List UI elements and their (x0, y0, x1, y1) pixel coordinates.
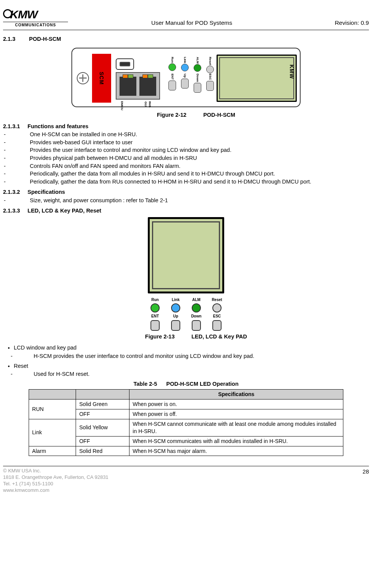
led-reset: Reset (205, 57, 215, 74)
cell: Alarm (29, 446, 76, 456)
logo-text: KMW (10, 7, 37, 23)
section-num: 2.1.3.1 (3, 123, 26, 130)
cell: When H-SCM has major alarm. (129, 446, 343, 456)
led-icon (150, 303, 160, 313)
list-item: Periodically, gather the data from RUs c… (17, 178, 369, 186)
led-alm: ALM Down (189, 297, 203, 331)
figure-label: Figure 2-13 (125, 333, 190, 341)
led-run: Run (167, 57, 178, 74)
button-icon (212, 320, 222, 331)
cell: Solid Red (76, 446, 129, 456)
section-title: POD-H-SCM (29, 36, 61, 42)
list-item: Provides physical path between H-DMCU an… (17, 155, 369, 162)
section-num: 2.1.3.3 (3, 207, 26, 215)
led-keypad-group: Run Link ALM Reset ENT Up Down ESC (167, 57, 215, 93)
button-icon (192, 320, 201, 331)
port-label-dmcu: DMCU (120, 101, 124, 110)
led-icon (206, 66, 214, 73)
list-item: Reset Used for H-SCM reset. (14, 362, 369, 378)
doc-revision: Revision: 0.9 (315, 7, 369, 27)
button-icon (194, 83, 201, 93)
led-reset: Reset ESC (210, 297, 224, 331)
button-icon (168, 81, 176, 90)
table-row: Alarm Solid Red When H-SCM has major ala… (29, 446, 343, 456)
button-icon (150, 320, 160, 331)
ethernet-port-icon (139, 77, 156, 96)
screw-icon (77, 72, 89, 84)
figure-label: Figure 2-12 (137, 111, 202, 119)
key-esc: ESC (205, 74, 215, 93)
table-row: OFF When power is off. (29, 409, 343, 419)
ethernet-ports-icon (116, 72, 160, 100)
table-caption: Table 2-5 POD-H-SCM LED Operation (3, 380, 369, 388)
section-num: 2.1.3 (3, 35, 27, 43)
cell: Solid Green (76, 400, 129, 409)
list-item: Periodically, gather the data from all m… (17, 170, 369, 178)
led-icon (192, 303, 201, 313)
key-ent: ENT (167, 74, 178, 93)
led-link: Link Up (169, 297, 183, 331)
button-icon (181, 79, 189, 89)
page-header: KMW COMMUNICATIONS User Manual for POD S… (3, 7, 369, 27)
led-alm: ALM (192, 57, 203, 74)
list-item: One H-SCM can be installed in one H-SRU. (17, 131, 369, 139)
button-icon (206, 81, 214, 91)
section-213: 2.1.3 POD-H-SCM (3, 35, 369, 43)
figure-212: SCM DMCU Web GUI Run Link ALM Reset ENT … (3, 45, 369, 119)
led-icon (171, 303, 180, 313)
cell: When power is on. (129, 400, 343, 409)
scm-device-panel: SCM DMCU Web GUI Run Link ALM Reset ENT … (71, 48, 301, 107)
led-row: Run ENT Link Up ALM Down Reset ESC (146, 297, 226, 331)
list-item: Provides the user interface to control a… (17, 147, 369, 154)
lcd-screen-icon (217, 55, 297, 102)
brand-label: KMW (288, 64, 295, 79)
led-icon (194, 64, 201, 72)
key-down: Down (192, 74, 203, 93)
footer-company-info: © KMW USA Inc. 1818 E. Orangethrope Ave,… (3, 468, 108, 494)
table-title: POD-H-SCM LED Operation (166, 381, 238, 387)
cell: Solid Yellow (76, 419, 129, 436)
section-2132: 2.1.3.2 Specifications (3, 188, 369, 196)
section-title: Specifications (27, 189, 65, 195)
cell: OFF (76, 409, 129, 419)
feature-list: One H-SCM can be installed in one H-SRU.… (3, 131, 369, 185)
led-operation-table: Specifications RUN Solid Green When powe… (29, 389, 343, 456)
table-row: OFF When H-SCM communicates with all mod… (29, 436, 343, 446)
cell: When H-SCM cannot communicate with at le… (129, 419, 343, 436)
table-header-blank (76, 390, 129, 400)
logo: KMW COMMUNICATIONS (3, 7, 68, 27)
page-footer: © KMW USA Inc. 1818 E. Orangethrope Ave,… (3, 466, 369, 494)
figure-title: POD-H-SCM (203, 112, 235, 118)
list-item: Used for H-SCM reset. (22, 371, 369, 378)
page-number: 28 (362, 468, 369, 475)
list-item: Size, weight, and power consumption : re… (17, 197, 369, 205)
table-header-blank (29, 390, 76, 400)
cell: When power is off. (129, 409, 343, 419)
list-item: Provides web-based GUI interface to user (17, 139, 369, 147)
section-2133: 2.1.3.3 LED, LCD & Key PAD, Reset (3, 207, 369, 215)
table-row: Specifications (29, 390, 343, 400)
table-row: RUN Solid Green When power is on. (29, 400, 343, 409)
scm-label-text: SCM (98, 72, 105, 85)
list-item: H-SCM provides the user interface to con… (22, 353, 369, 360)
list-item: Controls FAN on/off and FAN speed and mo… (17, 163, 369, 170)
section-title: LED, LCD & Key PAD, Reset (27, 208, 101, 214)
specs-list: Size, weight, and power consumption : re… (3, 197, 369, 205)
table-label: Table 2-5 (133, 380, 165, 388)
usb-port-icon (116, 58, 134, 70)
key-up: Up (180, 74, 190, 93)
lcd-bullets: LCD window and key pad H-SCM provides th… (3, 344, 369, 378)
led-icon (181, 64, 189, 71)
ethernet-port-icon (120, 77, 136, 96)
port-label-webgui: Web GUI (143, 101, 152, 108)
figure-title: LED, LCD & Key PAD (191, 333, 247, 340)
led-icon (212, 303, 222, 313)
cell: RUN (29, 400, 76, 419)
doc-title: User Manual for POD Systems (68, 7, 315, 27)
header-rule (3, 30, 369, 30)
cell: Link (29, 419, 76, 446)
section-num: 2.1.3.2 (3, 188, 26, 196)
table-header-spec: Specifications (129, 390, 343, 400)
table-row: Link Solid Yellow When H-SCM cannot comm… (29, 419, 343, 436)
led-icon (168, 63, 176, 71)
